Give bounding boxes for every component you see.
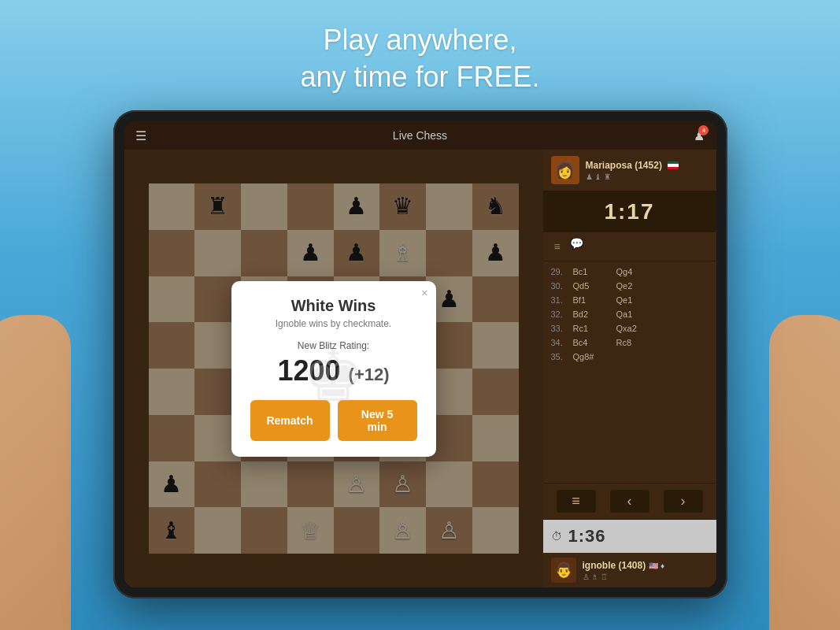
- move-row[interactable]: 30. Qd5 Qe2: [543, 279, 716, 293]
- hero-line1: Play anywhere,: [323, 24, 516, 56]
- moves-list: 29. Bc1 Qg4 30. Qd5 Qe2 31. Bf1 Qe1 32. …: [543, 261, 716, 367]
- main-content: ♜♟♛♞♟♟♗♟♟♟♟♟♟♟♙♙♟♙♙♝♕♙♙ × ♚ White Wins I…: [124, 150, 716, 587]
- nav-bar: ≡ ‹ ›: [543, 483, 716, 520]
- flag-icon-top: [668, 161, 679, 169]
- modal-rating-change: (+12): [349, 365, 390, 384]
- player-bottom-name: ignoble (1408) 🇺🇸 ♦: [583, 560, 709, 571]
- player-top-name: Mariaposa (1452): [586, 160, 709, 171]
- tablet: ☰ Live Chess ♟ 4 ♜♟♛♞♟♟♗♟♟♟♟♟♟♟♙♙♟♙♙♝♕♙♙…: [113, 110, 727, 598]
- modal-buttons: Rematch New 5 min: [250, 400, 417, 441]
- player-bottom-pieces: ♙ ♗ ♖: [583, 573, 709, 581]
- move-row[interactable]: 32. Bd2 Qa1: [543, 307, 716, 321]
- move-white: Bc4: [573, 338, 616, 347]
- game-result-modal: × ♚ White Wins Ignoble wins by checkmate…: [231, 281, 436, 457]
- timer-bottom: ⏱ 1:36: [543, 520, 716, 553]
- move-number: 35.: [551, 352, 573, 361]
- player-top-info: Mariaposa (1452) ♟ ♝ ♜: [586, 160, 709, 181]
- timer-top: 1:17: [543, 191, 716, 232]
- hero-section: Play anywhere, any time for FREE.: [0, 0, 840, 96]
- player-top: 👩 Mariaposa (1452) ♟ ♝ ♜: [543, 150, 716, 191]
- move-number: 34.: [551, 338, 573, 347]
- moves-scroll-area: 29. Bc1 Qg4 30. Qd5 Qe2 31. Bf1 Qe1 32. …: [543, 261, 716, 483]
- avatar-bottom: 👨: [551, 558, 576, 583]
- new-game-button[interactable]: New 5 min: [338, 400, 417, 441]
- move-row[interactable]: 35. Qg8#: [543, 350, 716, 364]
- hand-right: [769, 315, 840, 630]
- player-bottom-info: ignoble (1408) 🇺🇸 ♦ ♙ ♗ ♖: [583, 560, 709, 581]
- hero-line2: any time for FREE.: [300, 61, 539, 93]
- move-white: Qg8#: [573, 352, 616, 361]
- top-bar: ☰ Live Chess ♟ 4: [124, 121, 716, 150]
- moves-list-nav-button[interactable]: ≡: [557, 490, 596, 513]
- timer-bottom-value: 1:36: [568, 526, 606, 547]
- move-black: Qxa2: [616, 324, 660, 333]
- move-black: Qe2: [616, 281, 660, 291]
- move-white: Bd2: [573, 309, 616, 319]
- move-row[interactable]: 31. Bf1 Qe1: [543, 293, 716, 307]
- move-black: Qe1: [616, 295, 660, 305]
- move-number: 33.: [551, 324, 573, 333]
- player-bottom: 👨 ignoble (1408) 🇺🇸 ♦ ♙ ♗ ♖: [543, 553, 716, 587]
- modal-overlay: × ♚ White Wins Ignoble wins by checkmate…: [124, 150, 543, 587]
- clock-icon: ⏱: [551, 530, 562, 543]
- sidebar: 👩 Mariaposa (1452) ♟ ♝ ♜ 1:17 ≡: [543, 150, 716, 587]
- move-black: [616, 352, 660, 361]
- move-white: Qd5: [573, 281, 616, 291]
- move-black: Qa1: [616, 309, 660, 319]
- menu-icon[interactable]: ☰: [135, 128, 146, 143]
- modal-close-button[interactable]: ×: [421, 287, 427, 298]
- player-top-pieces: ♟ ♝ ♜: [586, 172, 709, 181]
- move-white: Bf1: [573, 295, 616, 305]
- move-number: 31.: [551, 295, 573, 305]
- move-white: Bc1: [573, 267, 616, 276]
- move-white: Rc1: [573, 324, 616, 333]
- move-row[interactable]: 29. Bc1 Qg4: [543, 265, 716, 279]
- chat-icon[interactable]: 💬: [570, 237, 583, 256]
- avatar-top: 👩: [551, 156, 579, 184]
- modal-rating-value: 1200: [277, 354, 340, 387]
- modal-title: White Wins: [250, 297, 417, 315]
- hand-left: [0, 315, 71, 630]
- move-number: 32.: [551, 309, 573, 319]
- move-black: Qg4: [616, 267, 660, 276]
- move-number: 30.: [551, 281, 573, 291]
- app-title: Live Chess: [393, 129, 447, 142]
- move-row[interactable]: 34. Bc4 Rc8: [543, 335, 716, 350]
- prev-move-button[interactable]: ‹: [610, 490, 649, 513]
- modal-subtitle: Ignoble wins by checkmate.: [250, 318, 417, 329]
- move-controls: ≡ 💬: [543, 232, 716, 261]
- modal-rating: 1200 (+12): [250, 354, 417, 387]
- notification-icon[interactable]: ♟ 4: [694, 128, 705, 143]
- move-number: 29.: [551, 267, 573, 276]
- move-row[interactable]: 33. Rc1 Qxa2: [543, 321, 716, 335]
- move-black: Rc8: [616, 338, 660, 347]
- next-move-button[interactable]: ›: [664, 490, 703, 513]
- board-area: ♜♟♛♞♟♟♗♟♟♟♟♟♟♟♙♙♟♙♙♝♕♙♙ × ♚ White Wins I…: [124, 150, 543, 587]
- modal-rating-label: New Blitz Rating:: [250, 340, 417, 351]
- notification-badge: 4: [698, 125, 709, 135]
- rematch-button[interactable]: Rematch: [250, 400, 330, 441]
- tablet-screen: ☰ Live Chess ♟ 4 ♜♟♛♞♟♟♗♟♟♟♟♟♟♟♙♙♟♙♙♝♕♙♙…: [124, 121, 716, 587]
- moves-list-icon[interactable]: ≡: [551, 237, 564, 256]
